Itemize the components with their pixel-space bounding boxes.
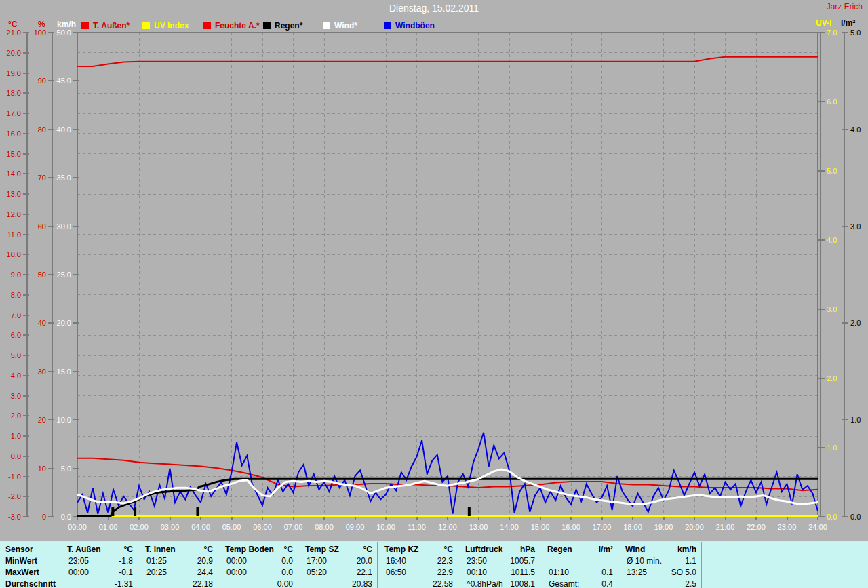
svg-text:6.0: 6.0 [827, 98, 837, 106]
svg-text:15:00: 15:00 [531, 523, 550, 531]
svg-text:50: 50 [38, 271, 46, 279]
table-cell: 17:0020.0 [298, 555, 377, 567]
table-cell: 00:000.0 [218, 555, 298, 567]
table-header: T. Innen°C [138, 544, 218, 555]
svg-text:19:00: 19:00 [654, 523, 673, 531]
y-axis-lm2: 5.04.03.02.01.00.0 [842, 28, 861, 521]
table-header: Temp KZ°C [378, 544, 458, 555]
table-cell: 22.18 [138, 579, 218, 588]
table-column-luftdruck: LuftdruckhPa23:501005.700:101011.5^0.8hP… [458, 542, 540, 588]
table-row-labels: SensorMinWertMaxWertDurchschnitt [0, 542, 60, 588]
table-cell: Ø 10 min.1.1 [618, 555, 701, 567]
svg-text:09:00: 09:00 [346, 523, 365, 531]
table-row-label: MinWert [0, 555, 60, 567]
svg-text:1.0: 1.0 [827, 444, 837, 452]
table-row-label: MaxWert [0, 567, 60, 579]
svg-text:14.0: 14.0 [7, 170, 21, 178]
table-header: Temp SZ°C [298, 544, 377, 555]
table-cell: 00:101011.5 [458, 567, 540, 579]
svg-text:6.0: 6.0 [11, 331, 21, 339]
svg-text:100: 100 [34, 28, 46, 37]
table-cell: 01:100.1 [540, 567, 618, 579]
svg-text:5.0: 5.0 [850, 28, 861, 37]
svg-text:70: 70 [38, 174, 46, 182]
svg-text:4.0: 4.0 [827, 236, 837, 244]
table-column-temp-sz: Temp SZ°C17:0020.005:2022.120.83 [298, 542, 378, 588]
table-cell: 22.58 [378, 579, 458, 588]
svg-text:0: 0 [42, 513, 46, 521]
chart-plot[interactable]: 21.020.019.018.017.016.015.014.013.012.0… [0, 0, 868, 542]
table-cell: 00:00-0.1 [60, 567, 138, 579]
svg-text:23:00: 23:00 [778, 523, 797, 531]
table-cell: 16:4022.3 [378, 555, 458, 567]
svg-text:5.0: 5.0 [61, 465, 71, 473]
svg-text:80: 80 [38, 125, 46, 134]
svg-text:-3.0: -3.0 [8, 513, 21, 521]
svg-text:0.0: 0.0 [827, 513, 837, 521]
svg-text:-2.0: -2.0 [8, 492, 21, 501]
svg-text:3.0: 3.0 [11, 392, 21, 400]
svg-text:90: 90 [38, 77, 46, 85]
table-column-temp-kz: Temp KZ°C16:4022.306:5022.922.58 [378, 542, 458, 588]
weather-app-window: Dienstag, 15.02.2011 Jarz Erich °C % km/… [0, 0, 868, 588]
svg-text:20: 20 [38, 416, 46, 424]
svg-text:02:00: 02:00 [130, 523, 149, 531]
svg-text:9.0: 9.0 [11, 271, 21, 279]
svg-text:0.0: 0.0 [850, 513, 861, 521]
svg-text:50.0: 50.0 [57, 28, 71, 37]
svg-text:04:00: 04:00 [191, 523, 210, 531]
x-axis: 00:0001:0002:0003:0004:0005:0006:0007:00… [68, 517, 827, 531]
gridlines [77, 33, 818, 517]
svg-text:8.0: 8.0 [11, 291, 21, 299]
table-cell: 00:000.0 [218, 567, 298, 579]
svg-text:21.0: 21.0 [7, 28, 21, 37]
svg-text:2.0: 2.0 [850, 319, 861, 327]
svg-text:4.0: 4.0 [11, 372, 21, 380]
svg-text:40.0: 40.0 [57, 125, 71, 134]
svg-text:14:00: 14:00 [500, 523, 519, 531]
svg-text:-1.0: -1.0 [8, 473, 21, 481]
svg-text:21:00: 21:00 [716, 523, 735, 531]
table-cell: ^0.8hPa/h1008.1 [458, 579, 540, 588]
table-cell: 05:2022.1 [298, 567, 377, 579]
svg-text:7.0: 7.0 [11, 311, 21, 319]
svg-text:07:00: 07:00 [284, 523, 303, 531]
svg-text:17.0: 17.0 [7, 109, 21, 117]
table-cell: 23:501005.7 [458, 555, 540, 567]
table-column-t-au-en: T. Außen°C23:05-1.800:00-0.1-1.31 [60, 542, 138, 588]
svg-text:13.0: 13.0 [7, 190, 21, 198]
svg-text:2.0: 2.0 [11, 412, 21, 420]
svg-text:16.0: 16.0 [7, 130, 21, 138]
table-cell: 20.83 [298, 579, 377, 588]
table-cell: 06:5022.9 [378, 567, 458, 579]
table-header: T. Außen°C [60, 544, 138, 555]
svg-text:03:00: 03:00 [161, 523, 180, 531]
table-column-regen: Regenl/m²01:100.1Gesamt:0.4 [540, 542, 618, 588]
svg-text:1.0: 1.0 [850, 416, 861, 424]
svg-text:08:00: 08:00 [315, 523, 334, 531]
rain-bars [113, 507, 469, 516]
svg-text:18.0: 18.0 [7, 89, 21, 97]
svg-text:24:00: 24:00 [808, 523, 827, 531]
series-feuchte-a- [77, 57, 818, 66]
svg-text:35.0: 35.0 [57, 174, 71, 182]
svg-text:20:00: 20:00 [685, 523, 704, 531]
table-cell: 2.5 [618, 579, 701, 588]
y-axis-percent: 1009080706050403020100 [34, 28, 54, 521]
table-row-label: Durchschnitt [0, 579, 60, 588]
svg-text:5.0: 5.0 [11, 351, 21, 359]
svg-text:11.0: 11.0 [7, 231, 21, 239]
table-column-t-innen: T. Innen°C01:2520.920:2524.422.18 [138, 542, 218, 588]
svg-text:20.0: 20.0 [57, 319, 71, 327]
table-cell: 20:2524.4 [138, 567, 218, 579]
svg-text:15.0: 15.0 [57, 368, 71, 376]
svg-text:00:00: 00:00 [68, 523, 87, 531]
svg-text:06:00: 06:00 [253, 523, 272, 531]
svg-text:7.0: 7.0 [827, 28, 837, 37]
svg-text:16:00: 16:00 [561, 523, 580, 531]
svg-text:3.0: 3.0 [827, 305, 837, 313]
table-cell: 13:25SO 5.0 [618, 567, 701, 579]
svg-text:2.0: 2.0 [827, 374, 837, 383]
table-column-wind: Windkm/hØ 10 min.1.113:25SO 5.02.5 [618, 542, 702, 588]
y-axis-uv: 7.06.05.04.03.02.01.00.0 [818, 28, 837, 521]
